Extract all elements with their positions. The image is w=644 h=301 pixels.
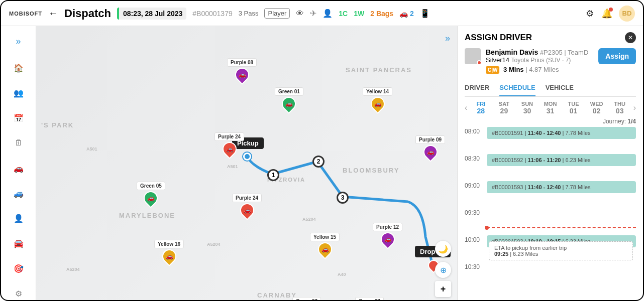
vehicle-icon[interactable]: 🚘: [13, 237, 25, 249]
date-next-icon[interactable]: ›: [633, 103, 636, 112]
marker-label: Green 07: [292, 297, 321, 301]
assign-driver-panel: ASSIGN DRIVER ✕ Benjamin Davis #P2305 | …: [457, 26, 643, 301]
journey-count: Journey: 1/4: [465, 118, 636, 125]
time-label: 08:00: [465, 127, 487, 135]
driver-team: | TeamD: [564, 49, 588, 56]
clw-badge: C|W: [486, 66, 499, 74]
settings-icon[interactable]: ⚙: [585, 9, 595, 19]
booking-card[interactable]: #B00001591 | 11:40 - 12:40 | 7.78 Miles: [487, 127, 636, 139]
person-icon[interactable]: 👤: [323, 9, 333, 18]
route-node-2[interactable]: 2: [312, 156, 325, 168]
route-node-3[interactable]: 3: [337, 192, 349, 204]
marker-label: Yellow 14: [363, 87, 392, 96]
time-label: 08:30: [465, 154, 487, 162]
driver-code: #P2305: [540, 49, 563, 56]
fleet-icon[interactable]: 🚙: [13, 187, 25, 199]
date-cell[interactable]: WED02: [586, 101, 607, 115]
time-label: 09:00: [465, 181, 487, 189]
time-badge: 08:23, 28 Jul 2023: [117, 8, 186, 20]
tab-vehicle[interactable]: VEHICLE: [546, 80, 574, 96]
eye-icon[interactable]: 👁: [296, 9, 304, 18]
car-icon[interactable]: 🚗: [13, 162, 25, 174]
marker-label: Green 05: [137, 182, 165, 190]
time-label: 10:00: [465, 235, 487, 243]
time-value: 08:23, 28 Jul 2023: [123, 10, 182, 18]
schedule-icon[interactable]: 🗓: [13, 137, 25, 149]
time-label: 10:30: [465, 262, 487, 270]
stat-car: 🚗 2: [399, 10, 414, 18]
sidebar: » 🏠 👥 📅 🗓 🚗 🚙 👤 🚘 🎯 ⚙: [1, 26, 36, 301]
pass-count: 3 Pass: [239, 10, 259, 17]
map-marker[interactable]: Yellow 16🚗: [154, 240, 184, 266]
back-arrow-icon[interactable]: ←: [48, 8, 58, 19]
date-cell[interactable]: FRI28: [470, 101, 491, 115]
user-icon[interactable]: 👤: [13, 212, 25, 224]
tab-driver[interactable]: DRIVER: [465, 80, 489, 96]
eta-tooltip: ETA to pickup from earlier trip09:25 | 6…: [489, 241, 633, 260]
dark-mode-toggle[interactable]: 🌙: [435, 241, 451, 257]
stat-bags: 2 Bags: [370, 10, 393, 18]
booking-id: #B00001379: [192, 10, 232, 18]
booking-card[interactable]: #B00001593 | 11:40 - 12:40 | 7.78 Miles: [487, 181, 636, 193]
marker-label: Purple 12: [373, 223, 402, 231]
stat-c: 1C: [339, 10, 348, 18]
player-badge[interactable]: Player: [264, 8, 290, 19]
marker-label: Purple 09: [415, 135, 445, 144]
marker-label: Yellow 16: [154, 240, 184, 248]
user-avatar[interactable]: BD: [619, 6, 635, 22]
tab-schedule[interactable]: SCHEDULE: [499, 80, 535, 96]
marker-label: Green 01: [275, 87, 303, 96]
date-cell[interactable]: TUE01: [563, 101, 584, 115]
date-cell[interactable]: SAT29: [493, 101, 514, 115]
driver-name: Benjamin Davis: [486, 48, 538, 56]
panel-title: ASSIGN DRIVER: [465, 33, 532, 43]
marker-label: Purple 24: [232, 194, 262, 202]
map-marker[interactable]: Purple 09🚗: [415, 135, 445, 162]
current-time-line: [487, 227, 636, 228]
sidebar-expand-icon[interactable]: »: [16, 36, 21, 47]
map-marker[interactable]: Green 07🚗: [292, 297, 321, 301]
plane-icon[interactable]: ✈: [310, 9, 316, 18]
steering-icon[interactable]: 🎯: [13, 262, 25, 274]
booking-card[interactable]: #B00001592 | 11:06 - 11:20 | 6.23 Miles: [487, 154, 636, 166]
route-node-1[interactable]: 1: [267, 169, 279, 181]
calendar-icon[interactable]: 📅: [13, 112, 25, 124]
marker-label: Purple 24: [214, 132, 244, 141]
map-marker[interactable]: Purple 24🚗: [214, 132, 244, 159]
stat-w: 1W: [354, 10, 364, 18]
home-icon[interactable]: 🏠: [13, 62, 25, 74]
date-prev-icon[interactable]: ‹: [465, 103, 467, 112]
marker-label: Green 07: [355, 297, 384, 301]
map-marker[interactable]: Green 07🚗: [355, 297, 384, 301]
zoom-in-button[interactable]: +: [435, 281, 451, 297]
map-marker[interactable]: Purple 08🚗: [227, 58, 257, 85]
pickup-marker[interactable]: [243, 153, 251, 161]
logo: MOBISOFT: [9, 11, 42, 17]
date-cell[interactable]: THU03: [609, 101, 630, 115]
driver-avatar: [465, 48, 481, 64]
time-label: 09:30: [465, 208, 487, 216]
driver-eta: 3 Mins: [503, 66, 523, 73]
map-marker[interactable]: Yellow 15🚗: [310, 233, 340, 259]
date-cell[interactable]: MON31: [540, 101, 561, 115]
map-marker[interactable]: Purple 12🚗: [373, 223, 402, 249]
map-marker[interactable]: Purple 24🚗: [232, 194, 262, 220]
close-icon[interactable]: ✕: [625, 32, 636, 43]
map-marker[interactable]: Green 01🚗: [275, 87, 303, 114]
panel-collapse-icon[interactable]: »: [445, 33, 450, 44]
page-title: Dispatch: [64, 7, 111, 20]
map-marker[interactable]: Yellow 14🚗: [363, 87, 392, 114]
marker-label: Purple 08: [227, 58, 257, 67]
settings-nav-icon[interactable]: ⚙: [13, 287, 25, 299]
tablet-icon[interactable]: 📱: [420, 9, 430, 18]
notifications-icon[interactable]: 🔔: [602, 9, 612, 19]
locate-button[interactable]: ⊕: [435, 262, 451, 278]
map[interactable]: SAINT PANCRAS BLOOMSBURY MARYLEBONE FITZ…: [36, 26, 457, 301]
date-cell[interactable]: SUN30: [516, 101, 538, 115]
assign-button[interactable]: Assign: [598, 48, 636, 64]
org-icon[interactable]: 👥: [13, 87, 25, 99]
driver-distance: 4.87 Miles: [529, 66, 559, 73]
marker-label: Yellow 15: [310, 233, 340, 241]
vehicle-short: Silver14: [486, 56, 509, 64]
map-marker[interactable]: Green 05🚗: [137, 182, 165, 208]
